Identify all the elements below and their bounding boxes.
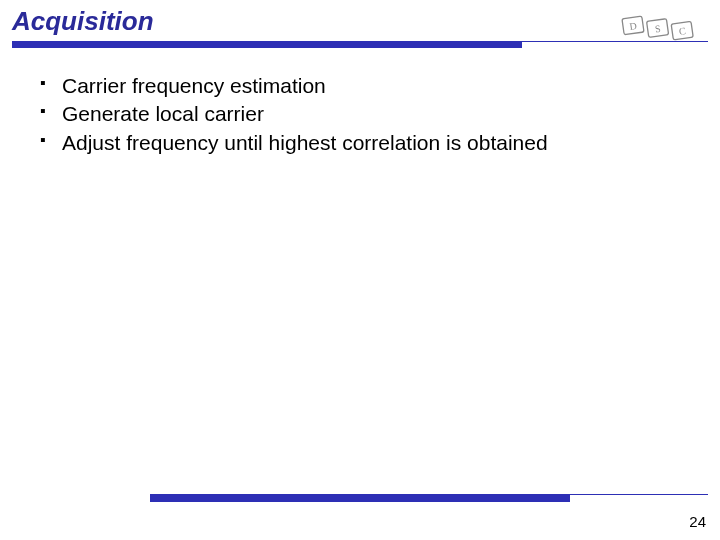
page-number: 24: [689, 513, 706, 530]
slide-title: Acquisition: [12, 6, 708, 37]
logo-letter-s: S: [654, 23, 661, 35]
bullet-list: Carrier frequency estimation Generate lo…: [40, 72, 692, 157]
header-rule: [12, 41, 708, 48]
logo-letter-d: D: [629, 20, 638, 32]
footer-rule-thin: [570, 494, 708, 502]
footer-rule-thick: [150, 494, 570, 502]
logo-letter-c: C: [678, 25, 686, 37]
header-rule-thick: [12, 41, 522, 48]
bullet-item: Carrier frequency estimation: [40, 72, 692, 100]
bullet-item: Generate local carrier: [40, 100, 692, 128]
logo-dsc: D S C: [618, 10, 698, 52]
footer-rule: [150, 494, 708, 502]
slide-header: Acquisition D S C: [0, 0, 720, 39]
slide-content: Carrier frequency estimation Generate lo…: [0, 48, 720, 157]
bullet-item: Adjust frequency until highest correlati…: [40, 129, 692, 157]
